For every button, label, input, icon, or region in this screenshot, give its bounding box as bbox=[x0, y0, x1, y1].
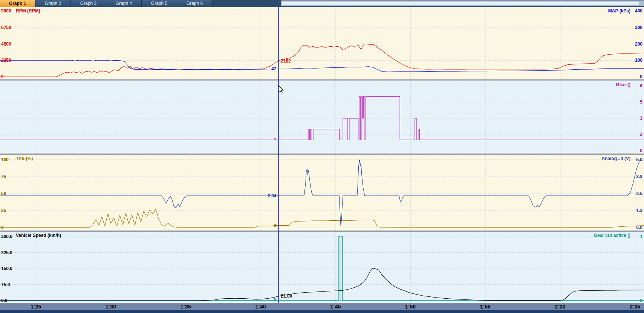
speed-gearcut-panel-bg bbox=[0, 232, 644, 303]
time-label-1-30: 1:30 bbox=[106, 304, 116, 310]
time-label-1-25: 1:25 bbox=[31, 304, 41, 310]
tab-graph-3[interactable]: Graph 3 bbox=[71, 0, 106, 7]
rpm-map-panel-bg bbox=[0, 7, 644, 79]
top-scrollbar-thumb[interactable] bbox=[282, 1, 639, 5]
time-label-1-40: 1:40 bbox=[255, 304, 266, 310]
bottom-window-strip bbox=[0, 310, 644, 313]
graphs-canvas[interactable] bbox=[0, 0, 644, 313]
time-label-1-50: 1:50 bbox=[405, 304, 416, 310]
tab-graph-1[interactable]: Graph 1 bbox=[0, 0, 35, 7]
time-axis-bar: 1:251:301:351:401:451:501:552:002:05 bbox=[0, 303, 644, 310]
tab-graph-4[interactable]: Graph 4 bbox=[106, 0, 142, 7]
tab-graph-6[interactable]: Graph 6 bbox=[177, 0, 213, 7]
tab-graph-5[interactable]: Graph 5 bbox=[142, 0, 177, 7]
tab-graph-2[interactable]: Graph 2 bbox=[35, 0, 71, 7]
top-scrollbar-track[interactable] bbox=[281, 0, 644, 6]
time-label-2-05: 2:05 bbox=[630, 304, 640, 310]
gear-panel-bg bbox=[0, 81, 644, 153]
tps-analog4-panel-bg bbox=[0, 155, 644, 230]
time-label-1-45: 1:45 bbox=[330, 304, 341, 310]
mouse-cursor-icon bbox=[278, 85, 286, 94]
time-label-1-35: 1:35 bbox=[181, 304, 191, 310]
log-viewer-window: Graph 1Graph 2Graph 3Graph 4Graph 5Graph… bbox=[0, 0, 644, 313]
time-label-1-55: 1:55 bbox=[480, 304, 491, 310]
time-label-2-00: 2:00 bbox=[555, 304, 565, 310]
